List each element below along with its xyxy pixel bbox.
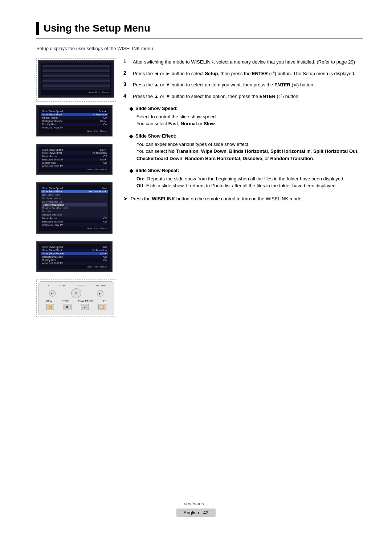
bullet-repeat-body: On: Repeats the slide show from the begi… — [136, 175, 363, 189]
title-section: Using the Setup Menu — [36, 22, 363, 38]
bullet-speed-label: Slide Show Speed: — [135, 106, 177, 111]
speed-normal: Normal — [181, 121, 197, 126]
tv-row-effect-label: Slide Show Effect — [42, 113, 62, 116]
tv-row-speed-label: Slide Show Speed — [42, 110, 63, 113]
remote-label-stop: STOP — [62, 300, 69, 302]
note-content: Press the WISELINK button on the remote … — [131, 195, 363, 203]
remote-btn-next[interactable]: ▶ — [97, 290, 103, 297]
tv-row-5-speed: Slide Show Speed Fast — [41, 245, 108, 249]
step-3-row: 3 Press the ▲ or ▼ button to select an i… — [123, 81, 363, 89]
remote-top-row: TY CH MGR SLEEP WISELINK — [41, 285, 111, 287]
menu-stripe-2 — [42, 68, 110, 70]
tv-row-4-display: ANYLINK FILE TV — [41, 223, 108, 226]
step-1-row: 1 After switching the mode to WISELINK, … — [123, 58, 363, 66]
tv-screen-section-5: Slide Show Speed Fast Slide Show Effect … — [36, 241, 116, 274]
page-footer: continued... English - 42 — [0, 501, 392, 517]
remote-circle-row: ⏮ ⚙ ▶ — [41, 288, 111, 298]
tv-screen-inner-3: Slide Show Speed Fast ► Slide Show Effec… — [39, 147, 110, 172]
tv-row-display-val: On — [103, 123, 107, 126]
bullet-speed: ◆ Slide Show Speed: Select to control th… — [123, 106, 363, 127]
tv-row-3-music: Music Repeat Off — [41, 155, 108, 158]
tv-row-4-speed: Slide Show Speed Fast — [41, 187, 108, 190]
page: Using the Setup Menu Setup displays the … — [0, 0, 392, 535]
tv-row-anylink: ANYLINK FILE TV — [41, 126, 108, 129]
tv-row-effect-val: No Transition — [92, 113, 107, 116]
bullet-speed-body: Select to control the slide show speed. … — [136, 113, 363, 127]
step-2-bold-setup: Setup — [205, 71, 218, 76]
step-2-row: 2 Press the ◄ or ► button to select Setu… — [123, 70, 363, 77]
note-arrow-icon: ➤ — [123, 196, 128, 201]
step-4-number: 4 — [123, 93, 129, 100]
bullet-repeat-title: ◆ Slide Show Repeat: — [129, 168, 363, 174]
speed-slow: Slow — [204, 121, 215, 126]
effect-blinds: Blinds Horizontal — [229, 148, 268, 154]
tv-screen-inner-2: Slide Show Speed Fast ► Slide Show Effec… — [39, 108, 110, 134]
tv-row-4-effect: Slide Show Effect No Transition ► — [41, 190, 108, 193]
steps-section: 1 After switching the mode to WISELINK, … — [123, 58, 363, 100]
tv-screen-inner-5: Slide Show Speed Fast Slide Show Effect … — [39, 244, 110, 269]
tv-row-music-val: Off — [103, 117, 107, 119]
tv-bottom-move: Move — [89, 91, 94, 93]
step-1-number: 1 — [123, 58, 129, 66]
effect-wipe: Wipe Down — [201, 148, 226, 154]
tv-row-3-speed: Slide Show Speed Fast ► — [41, 148, 108, 151]
tv-screen-wrapper-1: Move Enter Return — [36, 58, 116, 102]
remote-btn-prev[interactable]: ⏮ — [49, 290, 56, 297]
diamond-icon-repeat: ◆ — [129, 168, 133, 174]
tv-bottom-bar-2: Move Enter Return — [41, 129, 108, 132]
tv-row-speed-val: Fast ► — [99, 110, 107, 113]
tv-row-music-label: Music Repeat — [42, 117, 58, 119]
effect-random: Random Transition — [270, 156, 313, 161]
tv-row-speed: Slide Show Speed Fast ► — [41, 110, 108, 113]
remote-btn-settings[interactable]: ⚙ — [71, 288, 81, 298]
step-4-bold-enter: ENTER — [260, 94, 275, 99]
tv-row-music: Music Repeat Off — [41, 116, 108, 119]
step-3-content: Press the ▲ or ▼ button to select an ite… — [133, 81, 363, 89]
tv-row-5-bg: Background Mode On — [41, 255, 108, 258]
menu-stripe-4 — [42, 73, 110, 75]
tv-screen-inner-1: Move Enter Return — [41, 63, 111, 95]
remote-transport-btns: ⏪ ⏹ ⏯ ⏩ — [41, 304, 111, 310]
remote-btn-rew[interactable]: ⏪ — [46, 304, 54, 310]
remote-label-chmgr: CH MGR — [60, 285, 68, 287]
tv-screen-section-3: Slide Show Speed Fast ► Slide Show Effec… — [36, 144, 116, 177]
tv-screen-4: Slide Show Speed Fast Slide Show Effect … — [36, 182, 113, 234]
tv-screen-2: Slide Show Speed Fast ► Slide Show Effec… — [36, 105, 113, 136]
tv-row-display-label: Display Res. — [42, 123, 56, 126]
remote-label-playpause: PLAY/PAUSE — [78, 300, 94, 302]
tv-row-3-effect: Slide Show Effect No Transition — [41, 151, 108, 155]
menu-stripe-5 — [42, 75, 110, 77]
tv-row-5-music: Slide Show Repeat On ► — [41, 252, 108, 255]
tv-screen-5: Slide Show Speed Fast Slide Show Effect … — [36, 241, 113, 272]
tv-bottom-bar-3: Move Enter Return — [41, 168, 108, 171]
remote-btn-ff[interactable]: ⏩ — [98, 304, 106, 310]
repeat-on-label: On: — [136, 176, 144, 181]
remote-label-rew: REW — [46, 300, 52, 302]
remote-transport-row: REW STOP PLAY/PAUSE FF — [41, 300, 111, 302]
effect-split-out: Split Horizontal Out — [313, 148, 357, 154]
remote-control-wrapper: TY CH MGR SLEEP WISELINK ⏮ ⚙ ▶ REW STOP … — [36, 279, 116, 317]
menu-stripe-7 — [42, 80, 110, 82]
tv-screen-3: Slide Show Speed Fast ► Slide Show Effec… — [36, 144, 113, 175]
remote-btn-play[interactable]: ⏯ — [81, 304, 89, 310]
bullet-effect-body: You can experience various types of slid… — [136, 141, 363, 162]
menu-stripe-3 — [42, 70, 110, 72]
effect-dissolve: Dissolve — [243, 156, 262, 161]
remote-control: TY CH MGR SLEEP WISELINK ⏮ ⚙ ▶ REW STOP … — [38, 281, 114, 315]
effect-random-bars: Random Bars Horizontal — [185, 156, 240, 161]
menu-stripe-6 — [42, 78, 110, 80]
note-row: ➤ Press the WISELINK button on the remot… — [123, 195, 363, 203]
note-wiselink-bold: WISELINK — [152, 196, 175, 201]
effect-split-in: Split Horizontal In — [270, 148, 311, 154]
remote-btn-stop[interactable]: ⏹ — [64, 304, 72, 310]
bullet-repeat: ◆ Slide Show Repeat: On: Repeats the sli… — [123, 168, 363, 189]
right-column: 1 After switching the mode to WISELINK, … — [123, 58, 363, 318]
tv-bottom-return: Return — [102, 91, 109, 93]
remote-label-ff: FF — [103, 300, 106, 302]
step-4-content: Press the ▲ or ▼ button to select the op… — [133, 93, 363, 100]
left-column: Move Enter Return Slide Show Speed Fast … — [36, 58, 116, 318]
tv-row-3-anylink: ANYLINK FILE TV — [41, 164, 108, 168]
bullet-effect-label: Slide Show Effect: — [135, 133, 176, 139]
menu-stripe-8 — [42, 83, 110, 85]
step-1-content: After switching the mode to WISELINK, se… — [133, 58, 363, 66]
